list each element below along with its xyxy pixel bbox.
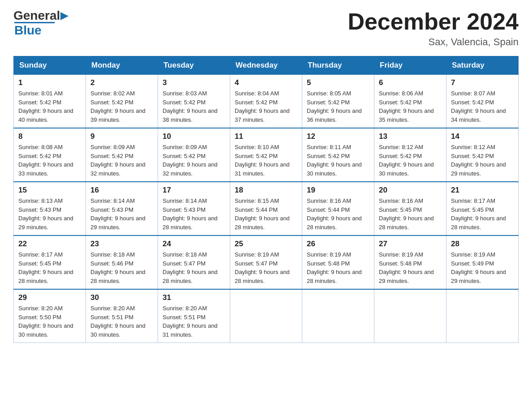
day-info: Sunrise: 8:09 AM Sunset: 5:42 PM Dayligh… [90, 143, 153, 178]
day-info: Sunrise: 8:19 AM Sunset: 5:48 PM Dayligh… [307, 250, 369, 285]
calendar-day-cell: 29 Sunrise: 8:20 AM Sunset: 5:50 PM Dayl… [14, 289, 86, 343]
location-subtitle: Sax, Valencia, Spain [348, 36, 519, 48]
day-info: Sunrise: 8:09 AM Sunset: 5:42 PM Dayligh… [163, 143, 225, 178]
day-info: Sunrise: 8:14 AM Sunset: 5:43 PM Dayligh… [90, 197, 153, 231]
day-number: 12 [307, 132, 369, 141]
weekday-header-sunday: Sunday [14, 56, 86, 75]
calendar-week-row: 15 Sunrise: 8:13 AM Sunset: 5:43 PM Dayl… [14, 182, 519, 235]
day-number: 9 [90, 132, 153, 141]
calendar-day-cell: 15 Sunrise: 8:13 AM Sunset: 5:43 PM Dayl… [14, 182, 86, 235]
calendar-day-cell: 2 Sunrise: 8:02 AM Sunset: 5:42 PM Dayli… [86, 75, 158, 128]
day-info: Sunrise: 8:10 AM Sunset: 5:42 PM Dayligh… [235, 143, 297, 178]
calendar-day-cell [374, 289, 446, 343]
day-number: 5 [307, 78, 369, 87]
day-number: 13 [379, 132, 442, 141]
day-number: 7 [451, 78, 514, 87]
day-info: Sunrise: 8:19 AM Sunset: 5:48 PM Dayligh… [379, 250, 442, 285]
day-number: 24 [163, 240, 225, 248]
day-number: 28 [451, 240, 514, 248]
day-info: Sunrise: 8:20 AM Sunset: 5:51 PM Dayligh… [163, 304, 225, 339]
day-info: Sunrise: 8:04 AM Sunset: 5:42 PM Dayligh… [235, 89, 297, 124]
month-title: December 2024 [348, 9, 519, 34]
day-info: Sunrise: 8:05 AM Sunset: 5:42 PM Dayligh… [307, 89, 369, 124]
day-info: Sunrise: 8:07 AM Sunset: 5:42 PM Dayligh… [451, 89, 514, 124]
calendar-day-cell: 5 Sunrise: 8:05 AM Sunset: 5:42 PM Dayli… [302, 75, 374, 128]
calendar-day-cell: 10 Sunrise: 8:09 AM Sunset: 5:42 PM Dayl… [158, 128, 230, 182]
calendar-day-cell: 24 Sunrise: 8:18 AM Sunset: 5:47 PM Dayl… [158, 235, 230, 289]
calendar-day-cell: 17 Sunrise: 8:14 AM Sunset: 5:43 PM Dayl… [158, 182, 230, 235]
day-number: 25 [235, 240, 297, 248]
calendar-day-cell: 20 Sunrise: 8:16 AM Sunset: 5:45 PM Dayl… [374, 182, 446, 235]
calendar-day-cell: 26 Sunrise: 8:19 AM Sunset: 5:48 PM Dayl… [302, 235, 374, 289]
day-info: Sunrise: 8:17 AM Sunset: 5:45 PM Dayligh… [18, 250, 81, 285]
day-info: Sunrise: 8:08 AM Sunset: 5:42 PM Dayligh… [18, 143, 81, 178]
svg-marker-0 [60, 12, 69, 20]
day-number: 18 [235, 186, 297, 195]
calendar-table: SundayMondayTuesdayWednesdayThursdayFrid… [13, 56, 519, 343]
day-number: 15 [18, 186, 81, 195]
day-number: 6 [379, 78, 442, 87]
day-info: Sunrise: 8:03 AM Sunset: 5:42 PM Dayligh… [163, 89, 225, 124]
calendar-day-cell: 28 Sunrise: 8:19 AM Sunset: 5:49 PM Dayl… [446, 235, 519, 289]
calendar-day-cell: 1 Sunrise: 8:01 AM Sunset: 5:42 PM Dayli… [14, 75, 86, 128]
logo: General Blue [13, 9, 69, 38]
day-number: 1 [18, 78, 81, 87]
day-info: Sunrise: 8:13 AM Sunset: 5:43 PM Dayligh… [18, 197, 81, 231]
calendar-day-cell: 19 Sunrise: 8:16 AM Sunset: 5:44 PM Dayl… [302, 182, 374, 235]
day-info: Sunrise: 8:15 AM Sunset: 5:44 PM Dayligh… [235, 197, 297, 231]
day-info: Sunrise: 8:02 AM Sunset: 5:42 PM Dayligh… [90, 89, 153, 124]
weekday-header-wednesday: Wednesday [230, 56, 302, 75]
calendar-day-cell: 27 Sunrise: 8:19 AM Sunset: 5:48 PM Dayl… [374, 235, 446, 289]
day-info: Sunrise: 8:17 AM Sunset: 5:45 PM Dayligh… [451, 197, 514, 231]
day-number: 22 [18, 240, 81, 248]
calendar-day-cell: 7 Sunrise: 8:07 AM Sunset: 5:42 PM Dayli… [446, 75, 519, 128]
weekday-header-saturday: Saturday [446, 56, 519, 75]
day-number: 10 [163, 132, 225, 141]
calendar-day-cell: 9 Sunrise: 8:09 AM Sunset: 5:42 PM Dayli… [86, 128, 158, 182]
day-number: 16 [90, 186, 153, 195]
day-info: Sunrise: 8:01 AM Sunset: 5:42 PM Dayligh… [18, 89, 81, 124]
calendar-week-row: 29 Sunrise: 8:20 AM Sunset: 5:50 PM Dayl… [14, 289, 519, 343]
day-number: 2 [90, 78, 153, 87]
logo-blue-text: Blue [14, 23, 42, 37]
weekday-header-friday: Friday [374, 56, 446, 75]
calendar-day-cell [302, 289, 374, 343]
day-number: 20 [379, 186, 442, 195]
calendar-day-cell: 13 Sunrise: 8:12 AM Sunset: 5:42 PM Dayl… [374, 128, 446, 182]
day-info: Sunrise: 8:12 AM Sunset: 5:42 PM Dayligh… [451, 143, 514, 178]
day-info: Sunrise: 8:14 AM Sunset: 5:43 PM Dayligh… [163, 197, 225, 231]
title-area: December 2024 Sax, Valencia, Spain [348, 9, 519, 48]
day-number: 30 [90, 293, 153, 302]
day-info: Sunrise: 8:19 AM Sunset: 5:49 PM Dayligh… [451, 250, 514, 285]
calendar-day-cell: 12 Sunrise: 8:11 AM Sunset: 5:42 PM Dayl… [302, 128, 374, 182]
day-info: Sunrise: 8:19 AM Sunset: 5:47 PM Dayligh… [235, 250, 297, 285]
day-info: Sunrise: 8:12 AM Sunset: 5:42 PM Dayligh… [379, 143, 442, 178]
calendar-day-cell: 16 Sunrise: 8:14 AM Sunset: 5:43 PM Dayl… [86, 182, 158, 235]
weekday-header-row: SundayMondayTuesdayWednesdayThursdayFrid… [14, 56, 519, 75]
calendar-day-cell: 18 Sunrise: 8:15 AM Sunset: 5:44 PM Dayl… [230, 182, 302, 235]
day-number: 4 [235, 78, 297, 87]
calendar-week-row: 22 Sunrise: 8:17 AM Sunset: 5:45 PM Dayl… [14, 235, 519, 289]
weekday-header-thursday: Thursday [302, 56, 374, 75]
weekday-header-tuesday: Tuesday [158, 56, 230, 75]
day-info: Sunrise: 8:16 AM Sunset: 5:45 PM Dayligh… [379, 197, 442, 231]
day-info: Sunrise: 8:18 AM Sunset: 5:46 PM Dayligh… [90, 250, 153, 285]
calendar-day-cell: 22 Sunrise: 8:17 AM Sunset: 5:45 PM Dayl… [14, 235, 86, 289]
day-number: 3 [163, 78, 225, 87]
day-info: Sunrise: 8:11 AM Sunset: 5:42 PM Dayligh… [307, 143, 369, 178]
day-number: 27 [379, 240, 442, 248]
calendar-day-cell: 25 Sunrise: 8:19 AM Sunset: 5:47 PM Dayl… [230, 235, 302, 289]
calendar-day-cell: 31 Sunrise: 8:20 AM Sunset: 5:51 PM Dayl… [158, 289, 230, 343]
day-number: 29 [18, 293, 81, 302]
header: General Blue December 2024 Sax, Valencia… [13, 9, 519, 48]
logo-triangle-icon [60, 12, 69, 20]
day-number: 21 [451, 186, 514, 195]
calendar-day-cell: 4 Sunrise: 8:04 AM Sunset: 5:42 PM Dayli… [230, 75, 302, 128]
day-number: 23 [90, 240, 153, 248]
day-info: Sunrise: 8:18 AM Sunset: 5:47 PM Dayligh… [163, 250, 225, 285]
calendar-day-cell: 30 Sunrise: 8:20 AM Sunset: 5:51 PM Dayl… [86, 289, 158, 343]
day-info: Sunrise: 8:06 AM Sunset: 5:42 PM Dayligh… [379, 89, 442, 124]
calendar-day-cell: 14 Sunrise: 8:12 AM Sunset: 5:42 PM Dayl… [446, 128, 519, 182]
day-number: 11 [235, 132, 297, 141]
calendar-week-row: 8 Sunrise: 8:08 AM Sunset: 5:42 PM Dayli… [14, 128, 519, 182]
